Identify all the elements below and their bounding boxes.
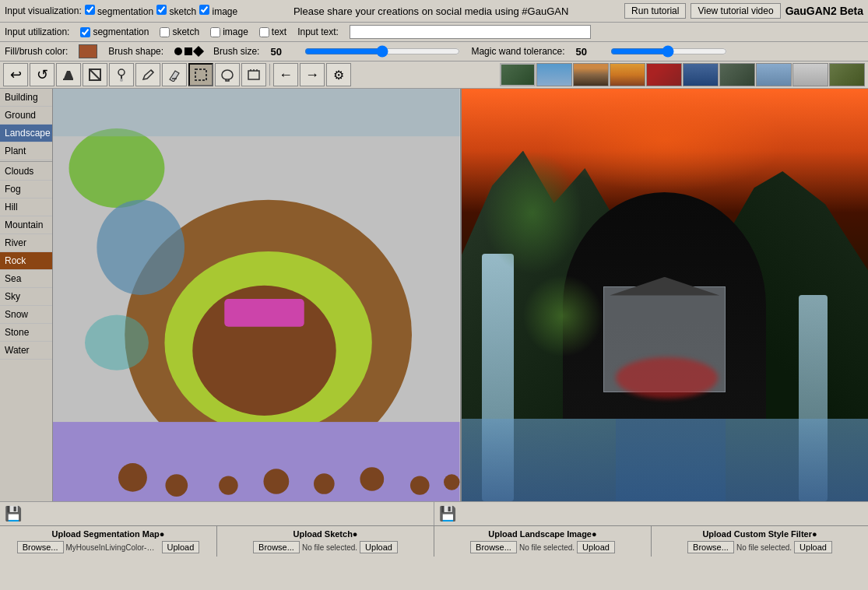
sidebar-snow[interactable]: Snow [0,306,52,324]
reset-btn[interactable]: ↩ [3,63,28,86]
thumb-1[interactable] [500,63,536,86]
util-sketch-check[interactable] [160,27,170,37]
thumb-2[interactable] [536,63,572,86]
sidebar-plant[interactable]: Plant [0,142,52,160]
top-buttons: Run tutorial View tutorial video GauGAN2… [624,3,863,19]
sidebar-building[interactable]: Building [0,89,52,107]
save-output-icon[interactable]: 💾 [439,505,456,522]
sidebar-landscape[interactable]: Landscape [0,125,52,142]
input-viz-label: Input visualization: [5,5,82,16]
back-btn[interactable]: ← [273,63,298,86]
input-util-label: Input utilization: [5,26,69,37]
sidebar-hill[interactable]: Hill [0,198,52,216]
upload-sketch-controls: Browse... No file selected. Upload [253,541,398,553]
thumb-3[interactable] [573,63,609,86]
settings-btn[interactable]: ⚙ [326,63,351,86]
util-image-label[interactable]: image [210,26,248,37]
svg-point-5 [120,79,123,82]
browse-landscape-btn[interactable]: Browse... [470,541,517,553]
brush-circle[interactable] [174,47,182,55]
eraser-icon [167,68,181,82]
upload-seg-btn[interactable]: Upload [162,541,200,553]
forward-btn[interactable]: → [300,63,325,86]
brush-diamond[interactable] [193,46,204,57]
util-text-label[interactable]: text [259,26,286,37]
rect-select-btn[interactable] [241,63,266,86]
erase-region-btn[interactable] [83,63,107,86]
util-seg-label[interactable]: segmentation [80,26,149,37]
draw-icon [141,68,155,82]
fill-btn[interactable] [56,63,81,86]
util-image-check[interactable] [210,27,220,37]
wand-slider[interactable] [610,45,727,58]
thumb-5[interactable] [646,63,682,86]
thumb-10[interactable] [829,63,865,86]
sidebar-water[interactable]: Water [0,342,52,360]
viz-image-label[interactable]: image [199,5,237,17]
landscape-filename: No file selected. [519,543,575,552]
svg-point-23 [219,476,238,494]
brush-size-slider[interactable] [304,45,460,58]
sidebar-rock[interactable]: Rock [0,252,52,270]
segmentation-canvas[interactable] [53,89,462,501]
lasso-btn[interactable] [215,63,240,86]
upload-sketch-btn[interactable]: Upload [360,541,398,553]
eraser-btn[interactable] [162,63,187,86]
sidebar-mountain[interactable]: Mountain [0,216,52,234]
sidebar-river[interactable]: River [0,234,52,252]
viz-image-check[interactable] [199,5,209,15]
style-filename: No file selected. [736,543,792,552]
select-active-btn[interactable] [188,63,213,86]
browse-seg-btn[interactable]: Browse... [17,541,64,553]
svg-point-24 [263,469,289,494]
brush-shape-label: Brush shape: [108,46,163,57]
sidebar-stone[interactable]: Stone [0,324,52,342]
util-seg-check[interactable] [80,27,90,37]
svg-rect-18 [224,299,304,327]
upload-style-btn[interactable]: Upload [794,541,832,553]
view-tutorial-btn[interactable]: View tutorial video [691,3,780,19]
viz-sketch-label[interactable]: sketch [156,5,196,17]
sidebar-clouds[interactable]: Clouds [0,163,52,181]
brush-square[interactable] [184,47,192,55]
browse-style-btn[interactable]: Browse... [687,541,734,553]
input-text-field[interactable] [350,25,591,39]
brush-size-val: 50 [270,46,293,58]
thumb-9[interactable] [792,63,828,86]
sidebar-ground[interactable]: Ground [0,107,52,125]
lasso-icon [220,68,234,82]
svg-rect-19 [53,422,460,501]
eyedropper-btn[interactable] [109,63,134,86]
wand-label: Magic wand tolerance: [471,46,564,57]
browse-sketch-btn[interactable]: Browse... [253,541,300,553]
upload-landscape-btn[interactable]: Upload [577,541,615,553]
color-swatch[interactable] [79,44,97,58]
viz-seg-label[interactable]: segmentation [85,5,153,17]
toolbar-sep1 [269,64,270,86]
save-segmentation-icon[interactable]: 💾 [5,505,22,522]
thumb-8[interactable] [756,63,792,86]
sidebar-sky[interactable]: Sky [0,288,52,306]
sidebar-fog[interactable]: Fog [0,181,52,198]
run-tutorial-btn[interactable]: Run tutorial [624,3,686,19]
viz-sketch-check[interactable] [156,5,167,15]
svg-rect-20 [53,89,460,136]
upload-landscape-section: Upload Landscape Image● Browse... No fil… [434,526,652,557]
undo-btn[interactable]: ↺ [30,63,54,86]
svg-point-14 [69,128,164,208]
svg-rect-9 [248,71,259,79]
viz-seg-check[interactable] [85,5,95,15]
thumb-7[interactable] [719,63,755,86]
util-sketch-label[interactable]: sketch [160,26,199,37]
share-text: Please share your creations on social me… [244,5,618,17]
rect-select-icon [247,68,261,82]
sidebar-sep [0,161,52,162]
draw-btn[interactable] [135,63,160,86]
sidebar-sea[interactable]: Sea [0,270,52,288]
upload-sketch-section: Upload Sketch● Browse... No file selecte… [217,526,434,557]
thumb-4[interactable] [610,63,645,86]
thumb-6[interactable] [683,63,719,86]
svg-point-29 [97,200,184,295]
select-icon [194,68,208,82]
util-text-check[interactable] [259,27,269,37]
